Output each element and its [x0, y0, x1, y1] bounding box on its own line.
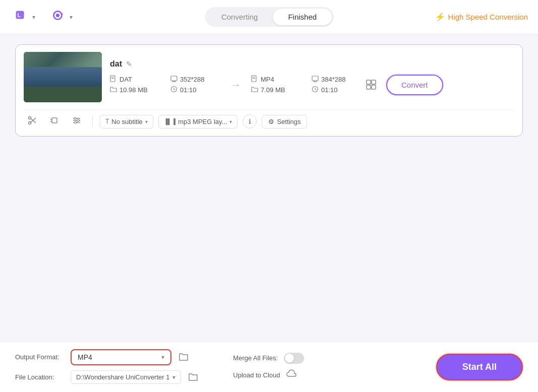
source-duration-row: 01:10 — [170, 86, 221, 94]
svg-rect-29 — [372, 80, 376, 84]
convert-button[interactable]: Convert — [386, 75, 443, 95]
divider-1 — [92, 116, 93, 126]
header-left: L + ▾ + ▾ — [10, 7, 77, 27]
merge-toggle[interactable] — [284, 353, 304, 364]
source-resolution: 352*288 — [180, 76, 204, 83]
cloud-row: Upload to Cloud — [233, 369, 436, 382]
upload-cloud-button[interactable] — [286, 369, 297, 382]
file-name: dat — [110, 59, 122, 69]
source-format-row: DAT — [110, 75, 170, 84]
output-format-row: Output Format: MP4 ▾ — [15, 349, 218, 365]
effects-button[interactable] — [68, 114, 85, 129]
conversion-arrow: → — [231, 79, 241, 91]
output-format-folder-button[interactable] — [176, 349, 191, 365]
svg-rect-36 — [52, 118, 57, 123]
file-location-select[interactable]: D:\Wondershare UniConverter 1 ▾ — [71, 370, 181, 384]
trim-button[interactable] — [24, 114, 41, 129]
header: L + ▾ + ▾ Converting Finished ⚡ High Spe… — [0, 0, 538, 34]
audio-label: mp3 MPEG lay... — [178, 118, 227, 125]
target-clock-icon — [312, 86, 319, 94]
bottom-middle: Merge All Files: Upload to Cloud — [218, 353, 436, 382]
subtitle-select[interactable]: T No subtitle ▾ — [100, 115, 153, 128]
svg-rect-21 — [312, 76, 318, 81]
bottom-bar: Output Format: MP4 ▾ File Location: D:\W… — [0, 342, 538, 392]
target-format: MP4 — [261, 76, 274, 83]
edit-icon[interactable]: ✎ — [126, 60, 132, 68]
file-location-label: File Location: — [15, 373, 66, 381]
target-resolution-row: 384*288 — [312, 75, 362, 84]
folder-icon — [178, 351, 189, 361]
output-format-select[interactable]: MP4 ▾ — [71, 349, 171, 365]
target-format-row: MP4 — [251, 75, 312, 84]
file-type-icon — [110, 75, 117, 84]
logo2-dropdown: ▾ — [70, 14, 73, 21]
audio-icon: ▐▌▐ — [164, 118, 175, 124]
logo1-button[interactable]: L + ▾ — [10, 7, 39, 27]
scissors-icon — [28, 116, 37, 125]
file-settings-icon-button[interactable] — [362, 76, 380, 94]
folder-icon — [110, 86, 117, 94]
svg-text:L: L — [17, 12, 21, 18]
audio-select[interactable]: ▐▌▐ mp3 MPEG lay... ▾ — [158, 115, 238, 128]
svg-point-42 — [74, 117, 76, 119]
tab-switcher: Converting Finished — [205, 7, 333, 27]
merge-label: Merge All Files: — [233, 354, 278, 362]
format-chevron: ▾ — [161, 354, 164, 361]
bottom-left: Output Format: MP4 ▾ File Location: D:\W… — [15, 349, 218, 385]
thumbnail-image — [24, 52, 102, 102]
tab-finished[interactable]: Finished — [273, 9, 332, 25]
logo1-dropdown: ▾ — [32, 14, 35, 21]
svg-rect-11 — [171, 76, 177, 81]
target-resolution-icon — [312, 75, 319, 84]
source-resolution-row: 352*288 — [170, 75, 221, 84]
output-format-label: Output Format: — [15, 353, 66, 361]
high-speed-button[interactable]: ⚡ High Speed Conversion — [435, 12, 528, 22]
target-file-icon — [251, 75, 258, 84]
source-meta-2: 352*288 01:10 — [170, 75, 221, 94]
svg-rect-30 — [367, 85, 371, 89]
settings-button[interactable]: ⚙ Settings — [262, 115, 307, 128]
logo2-icon: + — [51, 9, 68, 25]
file-card-bottom: T No subtitle ▾ ▐▌▐ mp3 MPEG lay... ▾ ℹ … — [24, 109, 514, 129]
target-resolution: 384*288 — [321, 76, 345, 83]
target-size-row: 7.09 MB — [251, 86, 312, 94]
svg-line-17 — [174, 89, 175, 90]
file-card-top: dat ✎ DAT — [24, 52, 514, 102]
upload-cloud-label: Upload to Cloud — [233, 371, 280, 379]
bolt-icon: ⚡ — [435, 12, 445, 22]
svg-point-44 — [75, 121, 77, 123]
file-location-folder-button[interactable] — [186, 369, 200, 385]
tab-converting[interactable]: Converting — [206, 9, 273, 25]
file-location-row: File Location: D:\Wondershare UniConvert… — [15, 369, 218, 385]
source-size: 10.98 MB — [119, 86, 148, 94]
settings-label: Settings — [277, 118, 301, 125]
cloud-icon — [286, 369, 297, 380]
svg-line-27 — [315, 89, 317, 90]
merge-row: Merge All Files: — [233, 353, 436, 364]
target-meta: MP4 7.09 MB — [251, 75, 312, 94]
svg-point-6 — [56, 13, 59, 17]
svg-point-33 — [29, 117, 31, 119]
subtitle-label: No subtitle — [111, 118, 142, 125]
svg-rect-31 — [372, 85, 376, 89]
svg-point-32 — [29, 122, 31, 124]
file-info: dat ✎ DAT — [110, 59, 514, 95]
location-chevron: ▾ — [172, 374, 175, 381]
main-content: dat ✎ DAT — [0, 34, 538, 342]
file-card: dat ✎ DAT — [15, 44, 523, 137]
target-size: 7.09 MB — [261, 86, 285, 94]
crop-button[interactable] — [46, 114, 63, 129]
info-icon: ℹ — [249, 118, 251, 125]
location-folder-icon — [188, 371, 198, 381]
target-meta-2: 384*288 01:10 — [312, 75, 362, 94]
target-duration-row: 01:10 — [312, 86, 362, 94]
info-button[interactable]: ℹ — [243, 114, 257, 128]
target-folder-icon — [251, 86, 258, 94]
crop-icon — [50, 116, 59, 125]
subtitle-text-icon: T — [105, 118, 109, 125]
source-format: DAT — [119, 76, 132, 83]
svg-point-43 — [77, 119, 79, 121]
logo2-button[interactable]: + ▾ — [47, 7, 77, 27]
start-all-button[interactable]: Start All — [436, 354, 523, 380]
svg-text:+: + — [62, 12, 64, 16]
